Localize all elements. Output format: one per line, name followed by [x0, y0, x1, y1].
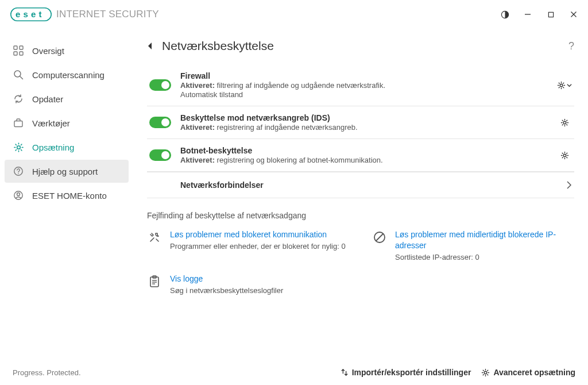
protection-desc: Aktiveret: registrering af indgående net…	[180, 123, 557, 132]
settings-button-ids[interactable]	[557, 118, 572, 127]
gear-icon	[481, 368, 490, 377]
main-pane: ? Netværksbeskyttelse Firewall Aktiveret…	[133, 28, 588, 360]
sidebar-item-label: Opdater	[32, 94, 63, 104]
protection-text: Beskyttelse mod netværksangreb (IDS) Akt…	[180, 113, 557, 132]
svg-rect-8	[20, 46, 23, 49]
svg-point-21	[563, 121, 566, 124]
protection-row-botnet: Botnet-beskyttelse Aktiveret: registreri…	[147, 138, 574, 171]
sidebar-item-scan[interactable]: Computerscanning	[5, 63, 129, 86]
minimize-icon[interactable]	[523, 9, 533, 20]
sidebar-item-tools[interactable]: Værktøjer	[5, 111, 129, 134]
footer: Progress. Protected. Importér/eksportér …	[0, 360, 588, 385]
sidebar-item-update[interactable]: Opdater	[5, 87, 129, 110]
sidebar-item-label: Computerscanning	[32, 70, 105, 80]
troubleshoot-desc: Søg i netværksbeskyttelseslogfiler	[170, 286, 349, 296]
sidebar-item-help[interactable]: Hjælp og support	[5, 160, 129, 183]
svg-line-12	[20, 76, 23, 79]
page-title: Netværksbeskyttelse	[162, 39, 274, 53]
troubleshoot-desc: Sortlistede IP-adresser: 0	[395, 252, 574, 263]
sidebar: Oversigt Computerscanning Opdater Værktø…	[0, 28, 133, 360]
protection-title: Beskyttelse mod netværksangreb (IDS)	[180, 113, 557, 122]
maximize-icon[interactable]	[546, 9, 556, 20]
svg-point-16	[18, 173, 19, 174]
page-help-icon[interactable]: ?	[568, 40, 574, 52]
troubleshoot-grid: Løs problemer med blokeret kommunikation…	[147, 229, 574, 296]
help-icon	[13, 165, 24, 177]
user-icon	[13, 190, 24, 201]
troubleshoot-item-logs: Vis logge Søg i netværksbeskyttelseslogf…	[147, 274, 349, 295]
sidebar-item-overview[interactable]: Oversigt	[5, 39, 129, 62]
protection-title: Firewall	[180, 71, 557, 80]
svg-text:e s e t: e s e t	[16, 9, 42, 19]
troubleshoot-item-blocked-ip: Løs problemer med midlertidigt blokerede…	[372, 229, 574, 262]
footer-tagline: Progress. Protected.	[13, 368, 81, 377]
troubleshoot-link[interactable]: Løs problemer med blokeret kommunikation	[170, 229, 349, 240]
brand-product: INTERNET SECURITY	[56, 9, 159, 20]
search-icon	[13, 69, 24, 80]
toggle-firewall[interactable]	[149, 79, 171, 91]
refresh-icon	[13, 93, 24, 105]
svg-point-20	[560, 84, 563, 87]
contrast-icon[interactable]	[500, 9, 510, 20]
svg-rect-13	[14, 121, 22, 127]
briefcase-icon	[13, 117, 24, 129]
troubleshoot-item-blocked-comm: Løs problemer med blokeret kommunikation…	[147, 229, 349, 262]
protection-title: Botnet-beskyttelse	[180, 146, 557, 155]
back-button[interactable]	[147, 42, 153, 50]
protection-row-ids: Beskyttelse mod netværksangreb (IDS) Akt…	[147, 106, 574, 138]
network-connections-row[interactable]: Netværksforbindelser	[147, 172, 574, 198]
tools-icon	[147, 229, 162, 244]
protection-list: Firewall Aktiveret: filtrering af indgåe…	[147, 64, 574, 172]
svg-point-18	[17, 193, 20, 196]
troubleshoot-link[interactable]: Løs problemer med midlertidigt blokerede…	[395, 229, 574, 251]
clipboard-icon	[147, 274, 162, 288]
toggle-ids[interactable]	[149, 117, 171, 128]
chevron-down-icon	[567, 83, 572, 88]
settings-button-botnet[interactable]	[557, 151, 572, 160]
protection-sub: Automatisk tilstand	[180, 90, 557, 99]
sidebar-item-account[interactable]: ESET HOME-konto	[5, 184, 129, 207]
svg-point-11	[14, 71, 21, 77]
svg-rect-9	[14, 52, 17, 55]
blocked-icon	[372, 229, 387, 244]
close-icon[interactable]	[568, 9, 579, 20]
import-export-icon	[341, 368, 349, 376]
troubleshoot-desc: Programmer eller enheder, der er blokere…	[170, 241, 349, 252]
svg-point-30	[485, 371, 488, 374]
protection-desc: Aktiveret: registrering og blokering af …	[180, 156, 557, 164]
import-export-button[interactable]: Importér/eksportér indstillinger	[341, 368, 471, 377]
brand-logo: e s e t	[10, 7, 52, 21]
protection-row-firewall: Firewall Aktiveret: filtrering af indgåe…	[147, 64, 574, 106]
advanced-setup-button[interactable]: Avanceret opsætning	[481, 368, 575, 377]
network-connections-title: Netværksforbindelser	[180, 180, 566, 190]
protection-text: Botnet-beskyttelse Aktiveret: registreri…	[180, 146, 557, 164]
svg-marker-19	[148, 43, 152, 49]
svg-rect-7	[14, 46, 17, 49]
protection-text: Firewall Aktiveret: filtrering af indgåe…	[180, 71, 557, 99]
protection-desc: Aktiveret: filtrering af indgående og ud…	[180, 81, 557, 90]
sidebar-item-label: Opsætning	[32, 143, 74, 152]
sidebar-item-label: ESET HOME-konto	[32, 191, 107, 201]
svg-rect-4	[548, 12, 553, 17]
chevron-right-icon	[566, 180, 572, 190]
settings-dropdown-firewall[interactable]	[557, 81, 572, 90]
troubleshoot-heading: Fejlfinding af beskyttelse af netværksad…	[147, 211, 574, 220]
svg-line-24	[376, 234, 383, 241]
gear-icon	[13, 141, 24, 153]
brand: e s e t INTERNET SECURITY	[10, 7, 159, 21]
window-controls	[500, 9, 579, 20]
titlebar: e s e t INTERNET SECURITY	[0, 0, 588, 28]
svg-point-14	[17, 145, 20, 149]
sidebar-item-label: Oversigt	[32, 46, 64, 56]
sidebar-item-label: Værktøjer	[32, 118, 70, 128]
sidebar-item-setup[interactable]: Opsætning	[5, 136, 129, 159]
main-header: Netværksbeskyttelse	[147, 39, 574, 53]
sidebar-item-label: Hjælp og support	[32, 167, 98, 176]
troubleshoot-link[interactable]: Vis logge	[170, 274, 349, 284]
svg-point-22	[563, 154, 566, 157]
dashboard-icon	[13, 45, 24, 56]
svg-rect-10	[20, 52, 23, 55]
toggle-botnet[interactable]	[149, 149, 171, 161]
